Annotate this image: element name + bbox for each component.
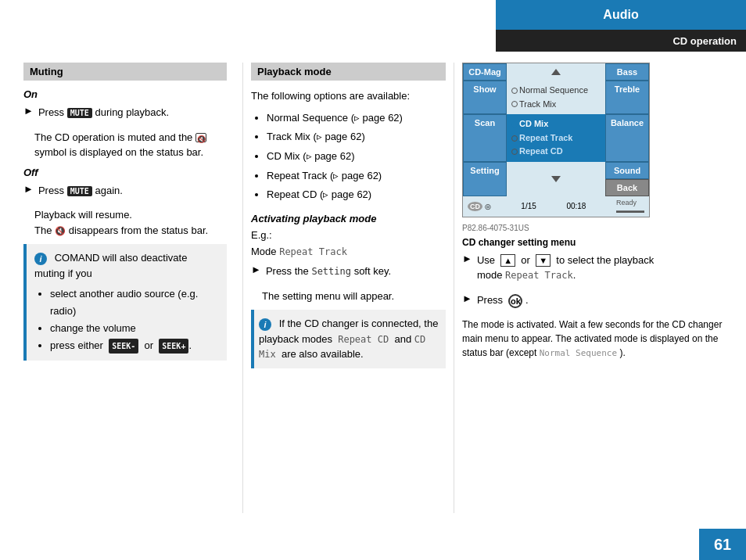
playback-options-list: Normal Sequence (▹ page 62) Track Mix (▹… <box>251 109 446 205</box>
option-1: Normal Sequence (▹ page 62) <box>267 109 446 128</box>
option-3: CD Mix (▹ page 62) <box>267 147 446 167</box>
up-arrow-cell <box>507 63 605 81</box>
image-ref: P82.86-4075-31US <box>462 224 738 232</box>
time-info: 00:18 <box>566 202 586 210</box>
mode-line: Mode Repeat Track <box>251 244 446 260</box>
info-icon: i <box>34 253 47 265</box>
scan-button[interactable]: Scan <box>463 114 507 162</box>
setting-button[interactable]: Setting <box>463 162 507 196</box>
on-step1: ► Press MUTE during playback. <box>23 105 227 125</box>
arrow-icon-2: ► <box>23 183 34 195</box>
playback-intro: The following options are available: <box>251 88 446 104</box>
down-arrow-cell <box>507 162 605 196</box>
down-arrow-key: ▼ <box>536 254 551 267</box>
menu-items-center: Normal Sequence Track Mix <box>507 81 605 114</box>
show-button[interactable]: Show <box>463 81 507 114</box>
off-notes: Playback will resume. The 🔇 disappears f… <box>23 207 227 238</box>
playback-step2: The setting menu will appear. <box>251 289 446 304</box>
playback-column: Playback mode The following options are … <box>242 63 454 513</box>
right-step1: ► Use ▲ or ▼ to select the playback mode… <box>462 253 738 288</box>
seek-key: SEEK- <box>109 339 138 354</box>
activating-heading: Activating playback mode <box>251 213 446 224</box>
back-button[interactable]: Back <box>605 179 649 196</box>
option-4: Repeat Track (▹ page 62) <box>267 167 446 186</box>
sound-button[interactable]: Sound <box>605 162 649 179</box>
playback-section-header: Playback mode <box>251 63 446 81</box>
page-number: 61 <box>699 529 746 560</box>
arrow-icon-5: ► <box>462 293 472 304</box>
down-arrow-icon[interactable] <box>551 176 561 182</box>
cd-mag-button[interactable]: CD-Mag <box>463 63 507 81</box>
track-info: 1/15 <box>521 202 536 210</box>
on-heading: On <box>23 88 227 100</box>
cd-operation-header: CD operation <box>496 30 746 52</box>
muting-section-header: Muting <box>23 63 227 81</box>
audio-header: Audio <box>496 0 746 30</box>
right-step2: ► Press ok . <box>462 293 738 313</box>
bass-button[interactable]: Bass <box>605 63 649 81</box>
eg-label: E.g.: <box>251 229 446 241</box>
svg-text:🔇: 🔇 <box>197 135 206 143</box>
arrow-icon-3: ► <box>251 264 261 275</box>
arrow-icon-4: ► <box>462 253 472 264</box>
ready-label: Ready▬▬▬▬ <box>616 199 644 214</box>
bullet-item-1: select another audio source (e.g. radio) <box>50 285 221 320</box>
normal-seq-code: Normal Sequence <box>540 348 617 358</box>
bullet-item-3: press either SEEK- or SEEK+. <box>50 337 221 354</box>
balance-button[interactable]: Balance <box>605 114 649 162</box>
cd-operation-title: CD operation <box>672 35 737 47</box>
option-2: Track Mix (▹ page 62) <box>267 127 446 147</box>
ok-button: ok <box>508 294 522 308</box>
cd-ui-screenshot: CD-Mag Bass Show Normal Sequence Track M… <box>462 63 650 217</box>
treble-button[interactable]: Treble <box>605 81 649 114</box>
bullet-item-2: change the volume <box>50 320 221 337</box>
setting-key: Setting <box>311 266 351 277</box>
up-arrow-icon[interactable] <box>551 69 561 75</box>
playback-info-block: i If the CD changer is connected, the pl… <box>251 310 446 368</box>
muting-column: Muting On ► Press MUTE during playback. … <box>0 63 242 513</box>
on-note: The CD operation is muted and the 🔇 symb… <box>23 130 227 160</box>
mute-key: MUTE <box>67 108 92 118</box>
cd-icon: CD ◎ <box>468 202 491 210</box>
up-arrow-key: ▲ <box>500 254 515 267</box>
changer-title: CD changer setting menu <box>462 237 738 248</box>
repeat-track-code-right: Repeat Track <box>505 270 573 281</box>
mute-key-2: MUTE <box>67 186 92 196</box>
cd-mix-selected: CD Mix Repeat Track Repeat CD <box>507 114 605 162</box>
off-step1: ► Press MUTE again. <box>23 183 227 203</box>
off-heading: Off <box>23 167 227 178</box>
playback-step1: ► Press the Setting soft key. <box>251 264 446 284</box>
arrow-icon: ► <box>23 105 34 117</box>
info-icon-2: i <box>259 318 271 331</box>
right-description: The mode is activated. Wait a few second… <box>462 318 738 361</box>
muting-info-block: i COMAND will also deactivate muting if … <box>23 244 227 361</box>
audio-title: Audio <box>603 8 638 22</box>
right-column: CD-Mag Bass Show Normal Sequence Track M… <box>454 63 746 513</box>
mode-value: Repeat Track <box>279 246 347 257</box>
repeat-cd-code: Repeat CD <box>338 334 389 345</box>
seek-plus-key: SEEK+ <box>159 339 188 354</box>
cd-status-bar: CD ◎ 1/15 00:18 Ready▬▬▬▬ <box>463 196 649 217</box>
option-5: Repeat CD (▹ page 62) <box>267 185 446 205</box>
